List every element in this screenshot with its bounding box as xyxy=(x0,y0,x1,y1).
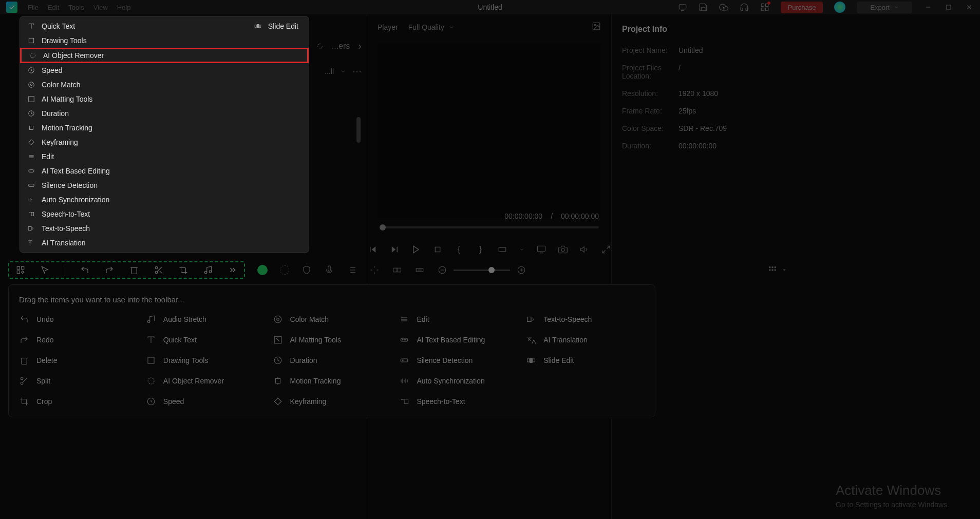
customize-ai-object-remover[interactable]: AI Object Remover xyxy=(146,376,265,386)
save-icon[interactable] xyxy=(699,3,708,12)
customize-auto-sync[interactable]: Auto Synchronization xyxy=(399,376,518,386)
dropdown-auto-sync[interactable]: Auto Synchronization xyxy=(20,193,309,207)
camera-icon[interactable] xyxy=(558,245,568,254)
menu-tools[interactable]: Tools xyxy=(68,4,84,11)
customize-speed[interactable]: Speed xyxy=(146,396,265,407)
dropdown-text-to-speech[interactable]: Text-to-Speech xyxy=(20,221,309,236)
user-avatar[interactable] xyxy=(834,2,845,13)
redo-icon[interactable] xyxy=(104,265,115,275)
dropdown-duration[interactable]: Duration xyxy=(20,106,309,121)
menu-file[interactable]: File xyxy=(28,4,39,11)
cursor-icon[interactable] xyxy=(40,265,50,275)
dropdown-edit[interactable]: Edit xyxy=(20,149,309,164)
grid-icon[interactable] xyxy=(760,3,769,12)
menu-view[interactable]: View xyxy=(93,4,108,11)
customize-color-match[interactable]: Color Match xyxy=(273,314,391,324)
maximize-icon[interactable] xyxy=(944,3,953,12)
zoom-out-icon[interactable] xyxy=(437,265,447,275)
customize-drawing-tools[interactable]: Drawing Tools xyxy=(146,355,265,366)
progress-bar[interactable] xyxy=(380,226,599,228)
device-icon[interactable] xyxy=(678,3,687,12)
more-icon[interactable]: ⋯ xyxy=(352,66,362,77)
multicam-icon[interactable] xyxy=(392,265,402,275)
ratio-icon[interactable] xyxy=(498,245,507,254)
chevron-down-icon[interactable] xyxy=(519,247,524,252)
scrollbar-thumb[interactable] xyxy=(356,117,361,143)
dropdown-ai-translation[interactable]: AI Translation xyxy=(20,236,309,250)
view-mode-icon[interactable] xyxy=(767,265,778,275)
next-frame-icon[interactable] xyxy=(390,245,399,254)
delete-icon[interactable] xyxy=(129,265,139,275)
fullscreen-icon[interactable] xyxy=(601,245,611,254)
snapshot-icon[interactable] xyxy=(592,22,601,32)
prev-frame-icon[interactable] xyxy=(368,245,378,254)
play-icon[interactable] xyxy=(411,245,421,254)
menu-edit[interactable]: Edit xyxy=(48,4,59,11)
dropdown-drawing-tools[interactable]: Drawing Tools xyxy=(20,33,309,48)
speaker-icon[interactable] xyxy=(580,245,589,254)
export-button[interactable]: Export xyxy=(857,2,912,13)
chevron-down-icon[interactable] xyxy=(340,68,346,74)
customize-speech-to-text[interactable]: Speech-to-Text xyxy=(399,396,518,407)
dropdown-arrow-icon[interactable] xyxy=(782,267,787,273)
customize-split[interactable]: Split xyxy=(19,376,138,386)
dropdown-ai-object-remover[interactable]: AI Object Remover xyxy=(20,48,309,63)
purchase-button[interactable]: Purchase xyxy=(781,2,823,13)
mark-in-icon[interactable]: { xyxy=(455,245,464,254)
dropdown-slide-edit[interactable]: Slide Edit xyxy=(247,19,309,33)
customize-ai-matting[interactable]: AI Matting Tools xyxy=(273,335,391,345)
customize-silence-detection[interactable]: Silence Detection xyxy=(399,355,518,366)
zoom-slider[interactable] xyxy=(454,270,510,271)
more-tools-icon[interactable] xyxy=(228,265,238,275)
quality-dropdown[interactable]: Full Quality xyxy=(408,23,455,31)
dropdown-speed[interactable]: Speed xyxy=(20,63,309,78)
dropdown-quick-text[interactable]: Quick Text xyxy=(20,19,162,33)
customize-delete[interactable]: Delete xyxy=(19,355,138,366)
mic-icon[interactable] xyxy=(324,265,334,275)
customize-keyframing[interactable]: Keyframing xyxy=(273,396,391,407)
mark-out-icon[interactable]: } xyxy=(476,245,485,254)
dropdown-speech-to-text[interactable]: Speech-to-Text xyxy=(20,207,309,221)
fit-icon[interactable] xyxy=(414,265,425,275)
customize-slide-edit[interactable]: Slide Edit xyxy=(526,355,645,366)
headphones-icon[interactable] xyxy=(740,3,749,12)
audio-icon[interactable] xyxy=(203,265,213,275)
customize-edit[interactable]: Edit xyxy=(399,314,518,324)
split-icon[interactable] xyxy=(154,265,164,275)
dropdown-ai-matting[interactable]: AI Matting Tools xyxy=(20,92,309,106)
apps-icon[interactable] xyxy=(15,265,26,275)
list-icon[interactable] xyxy=(347,265,357,275)
dropdown-silence-detection[interactable]: Silence Detection xyxy=(20,178,309,193)
toolbar-dropzone[interactable] xyxy=(8,261,245,279)
customize-ai-translation[interactable]: AI Translation xyxy=(526,335,645,345)
marker-icon[interactable] xyxy=(280,265,289,275)
zoom-thumb[interactable] xyxy=(488,267,495,273)
stop-icon[interactable] xyxy=(433,245,442,254)
customize-audio-stretch[interactable]: Audio Stretch xyxy=(146,314,265,324)
progress-thumb[interactable] xyxy=(380,224,386,230)
customize-redo[interactable]: Redo xyxy=(19,335,138,345)
menu-help[interactable]: Help xyxy=(117,4,131,11)
minimize-icon[interactable] xyxy=(924,3,933,12)
dropdown-ai-text-edit[interactable]: AI Text Based Editing xyxy=(20,164,309,178)
dropdown-motion-tracking[interactable]: Motion Tracking xyxy=(20,121,309,135)
customize-text-to-speech[interactable]: Text-to-Speech xyxy=(526,314,645,324)
zoom-in-icon[interactable] xyxy=(516,265,526,275)
dropdown-color-match[interactable]: Color Match xyxy=(20,78,309,92)
nav-next-icon[interactable]: › xyxy=(358,40,362,52)
undo-icon[interactable] xyxy=(80,265,90,275)
customize-ai-text-edit[interactable]: AI Text Based Editing xyxy=(399,335,518,345)
customize-duration[interactable]: Duration xyxy=(273,355,391,366)
display-icon[interactable] xyxy=(537,245,546,254)
shield-icon[interactable] xyxy=(301,265,312,275)
dropdown-keyframing[interactable]: Keyframing xyxy=(20,135,309,149)
color-icon[interactable] xyxy=(369,265,380,275)
render-indicator[interactable] xyxy=(257,265,268,275)
customize-crop[interactable]: Crop xyxy=(19,396,138,407)
close-icon[interactable] xyxy=(965,3,974,12)
customize-undo[interactable]: Undo xyxy=(19,314,138,324)
customize-motion-tracking[interactable]: Motion Tracking xyxy=(273,376,391,386)
crop-icon[interactable] xyxy=(178,265,189,275)
cloud-upload-icon[interactable] xyxy=(719,3,728,12)
customize-quick-text[interactable]: Quick Text xyxy=(146,335,265,345)
